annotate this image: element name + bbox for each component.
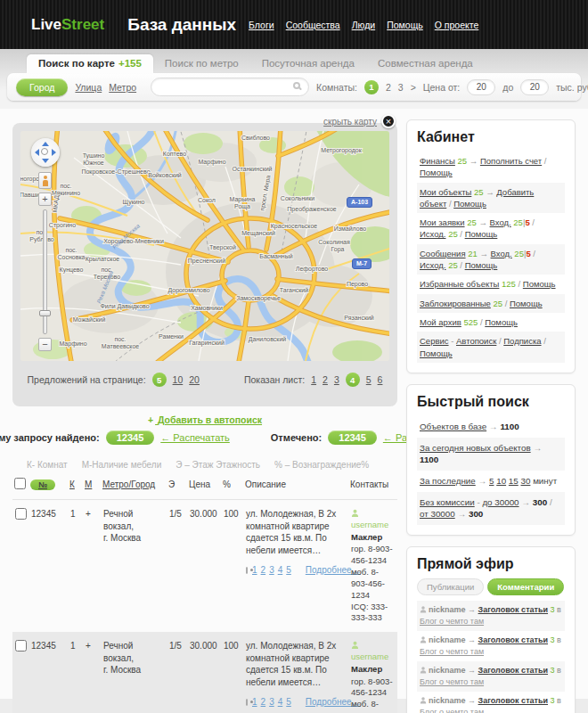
tab-comments[interactable]: Комментарии (487, 578, 564, 595)
page-2[interactable]: 2 (323, 374, 328, 385)
subscription-link[interactable]: Подписка (503, 336, 541, 346)
nav-blogs[interactable]: Блоги (249, 20, 274, 30)
messages-outbox-link[interactable]: Исход. (420, 260, 445, 270)
page-5[interactable]: 5 (366, 374, 372, 385)
service-help-link[interactable]: Помощь (420, 348, 453, 358)
photo-link-3[interactable]: 3 (269, 696, 274, 709)
per-page-option-10[interactable]: 10 (173, 374, 184, 385)
row-checkbox[interactable] (15, 508, 27, 520)
search-input[interactable] (151, 78, 309, 96)
username-link[interactable]: username (351, 520, 388, 529)
last-10-link[interactable]: 10 (496, 476, 506, 486)
last-15-link[interactable]: 15 (509, 476, 519, 486)
print-found-link[interactable]: ← Распечатать (160, 432, 230, 443)
map-pan-control[interactable] (31, 138, 60, 167)
moscow-map[interactable]: ТушиноЮжноеКоптевоМарфиноОстанкинскийСви… (20, 131, 389, 361)
no-commission-link[interactable]: Без комиссии (420, 497, 475, 507)
nickname-link[interactable]: nickname (429, 635, 466, 644)
blocked-link[interactable]: Заблокированные (420, 299, 491, 308)
row-checkbox[interactable] (15, 640, 27, 652)
search-icon[interactable] (293, 82, 300, 89)
article-title-link[interactable]: Заголовок статьи (478, 635, 548, 644)
map-pegman-icon[interactable] (38, 172, 52, 189)
last-minutes-link[interactable]: За последние (420, 476, 476, 486)
tab-daily-rent[interactable]: Посуточная аренда (250, 54, 366, 73)
price-from-input[interactable] (467, 79, 495, 95)
messages-inbox-link[interactable]: Вход. (491, 249, 512, 258)
blog-link[interactable]: Блог о чемто там (420, 647, 484, 656)
last-30-link[interactable]: 30 (520, 476, 530, 486)
requests-help-link[interactable]: Помощь (465, 229, 498, 239)
sort-by-rooms[interactable]: К (69, 479, 75, 489)
nickname-link[interactable]: nickname (429, 666, 466, 675)
photo-link-2[interactable]: 2 (261, 564, 266, 577)
archive-link[interactable]: Мой архив (420, 317, 461, 327)
photo-link-4[interactable]: 4 (278, 696, 283, 709)
favorites-help-link[interactable]: Помощь (523, 279, 556, 289)
photo-link-3[interactable]: 3 (269, 564, 274, 577)
username-link[interactable]: username (351, 652, 388, 661)
tab-shared-rent[interactable]: Совместная аренда (366, 54, 485, 73)
site-logo[interactable]: LiveStreet (31, 16, 104, 34)
finances-link[interactable]: Финансы (420, 156, 455, 166)
photo-link-1[interactable]: 1 (252, 696, 257, 709)
nav-communities[interactable]: Сообщества (286, 20, 340, 30)
rooms-option-2[interactable]: 2 (386, 82, 391, 93)
per-page-option-5-active[interactable]: 5 (152, 373, 167, 387)
street-link[interactable]: Улица (75, 82, 102, 93)
nav-people[interactable]: Люди (352, 20, 376, 30)
over-30000-link[interactable]: от 30000 (420, 509, 455, 519)
table-row[interactable]: 12345 1 + Речной вокзал,г. Москва 1/5 30… (12, 500, 397, 633)
tab-metro-search[interactable]: Поиск по метро (153, 54, 250, 73)
sort-by-furniture[interactable]: М (85, 479, 92, 489)
photo-link-4[interactable]: 4 (278, 564, 283, 577)
map-zoom-out-button[interactable]: − (38, 338, 52, 351)
messages-help-link[interactable]: Помощь (465, 260, 498, 270)
under-30000-link[interactable]: до 30000 (482, 497, 519, 507)
close-map-button[interactable]: × (381, 114, 396, 128)
select-all-checkbox[interactable] (14, 478, 26, 489)
requests-inbox-link[interactable]: Вход. (490, 217, 511, 227)
blog-link[interactable]: Блог о чемто там (420, 708, 484, 713)
hide-map-link[interactable]: скрыть карту (323, 117, 377, 127)
nickname-link[interactable]: nickname (429, 605, 466, 614)
rooms-option-more[interactable]: > (411, 82, 416, 93)
blog-link[interactable]: Блог о чемто там (420, 677, 484, 686)
last-5-link[interactable]: 5 (489, 476, 494, 486)
archive-help-link[interactable]: Помощь (485, 317, 518, 327)
messages-link[interactable]: Сообщения (420, 249, 466, 258)
favorites-link[interactable]: Избранные объекты (420, 279, 499, 289)
metro-link[interactable]: Метро (109, 82, 136, 93)
nav-about[interactable]: О проекте (435, 20, 479, 30)
finances-help-link[interactable]: Помощь (420, 168, 453, 177)
photo-link-5[interactable]: 5 (286, 564, 291, 577)
blog-link[interactable]: Блог о чемто там (420, 617, 484, 626)
photo-link-1[interactable]: 1 (252, 564, 257, 577)
map-zoom-slider[interactable] (43, 209, 47, 334)
article-title-link[interactable]: Заголовок статьи (478, 666, 548, 675)
table-row[interactable]: 12345 1 + Речной вокзал,г. Москва 1/5 30… (12, 632, 397, 713)
photo-link-2[interactable]: 2 (261, 696, 266, 709)
page-3[interactable]: 3 (334, 374, 339, 385)
objects-in-base-link[interactable]: Объектов в базе (420, 422, 486, 431)
my-requests-link[interactable]: Мои заявки (420, 217, 465, 227)
sort-by-number[interactable]: № (30, 479, 55, 490)
new-today-link[interactable]: За сегодня новых объектов (420, 443, 531, 453)
sort-by-metro[interactable]: Метро/Город (102, 479, 155, 489)
page-4-active[interactable]: 4 (346, 373, 360, 387)
service-link[interactable]: Сервис (420, 336, 449, 346)
city-button[interactable]: Город (16, 78, 68, 96)
map-zoom-handle[interactable] (39, 310, 51, 316)
article-title-link[interactable]: Заголовок статьи (478, 605, 548, 614)
autosearch-link[interactable]: Автопоиск (456, 336, 496, 346)
page-1[interactable]: 1 (311, 374, 316, 385)
nickname-link[interactable]: nickname (429, 696, 466, 705)
my-objects-link[interactable]: Мои объекты (420, 187, 471, 197)
topup-link[interactable]: Пополнить счет (480, 156, 542, 166)
article-title-link[interactable]: Заголовок статьи (478, 696, 548, 705)
page-6[interactable]: 6 (378, 374, 383, 385)
price-to-input[interactable] (520, 79, 549, 95)
tab-map-search[interactable]: Поиск по карте+155 (27, 54, 153, 73)
objects-help-link[interactable]: Помощь (453, 199, 486, 209)
map-zoom-in-button[interactable]: + (38, 193, 52, 206)
